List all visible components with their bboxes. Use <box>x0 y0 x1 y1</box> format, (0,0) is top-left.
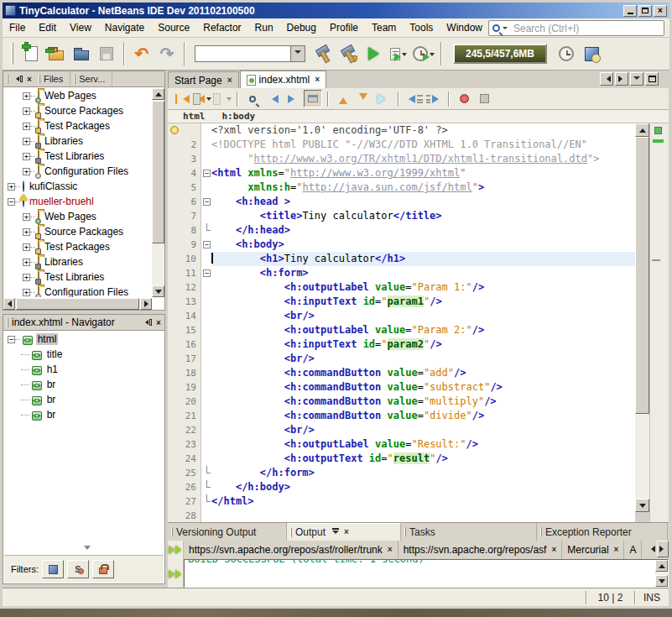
menu-file[interactable]: File <box>3 18 32 37</box>
debug-dropdown-icon[interactable] <box>402 53 407 59</box>
line-number-17[interactable]: 17 <box>168 352 201 366</box>
code-line-14[interactable]: <br/> <box>211 309 635 323</box>
fold-marker-26[interactable] <box>202 480 211 494</box>
output-console[interactable]: BUILD SUCCESSFUL (total time: 1 second) <box>184 559 669 588</box>
fold-marker-7[interactable] <box>202 209 211 223</box>
expander-icon[interactable]: + <box>23 107 30 115</box>
line-number-18[interactable]: 18 <box>168 366 201 380</box>
line-number-4[interactable]: 4 <box>168 166 201 180</box>
line-number-25[interactable]: 25 <box>168 466 201 480</box>
fold-marker-25[interactable] <box>202 466 211 480</box>
tree-item-test-packages[interactable]: +Test Packages <box>4 239 151 254</box>
expander-icon[interactable]: + <box>23 274 30 281</box>
tabs-scroll-left-button[interactable] <box>600 72 613 86</box>
shift-right-button[interactable] <box>425 90 443 107</box>
expander-icon[interactable]: + <box>23 259 30 266</box>
menu-run[interactable]: Run <box>248 18 280 37</box>
quick-search-input[interactable]: Search (Ctrl+I) <box>488 20 664 36</box>
output-tab-1[interactable]: https://svn.apache.org/repos/asf× <box>399 541 563 559</box>
code-line-11[interactable]: <h:form> <box>211 266 635 280</box>
close-tab-icon[interactable]: × <box>614 546 619 554</box>
navigator-close-button[interactable]: × <box>153 317 164 328</box>
output-scroll-left-button[interactable] <box>645 541 657 557</box>
tree-item-test-packages[interactable]: +Test Packages <box>4 118 151 133</box>
undo-button[interactable]: ↶ <box>129 41 154 66</box>
code-line-21[interactable]: <h:commandButton value="divide"/> <box>211 409 635 423</box>
navigator-item-title[interactable]: <>title <box>4 347 164 362</box>
menu-edit[interactable]: Edit <box>32 18 63 37</box>
line-number-8[interactable]: 8 <box>168 223 201 238</box>
code-line-26[interactable]: </h:body> <box>211 480 635 494</box>
expander-icon[interactable]: + <box>23 138 30 145</box>
navigator-item-h1[interactable]: <>h1 <box>4 362 164 377</box>
code-line-3[interactable]: "http://www.w3.org/TR/xhtml1/DTD/xhtml1-… <box>211 152 635 166</box>
rerun-all-button[interactable] <box>169 567 182 581</box>
navigator-resize-handle[interactable] <box>84 546 91 553</box>
line-number-9[interactable]: 9 <box>168 238 201 252</box>
output-tab-0[interactable]: https://svn.apache.org/repos/asf/roller/… <box>184 541 399 559</box>
clean-build-button[interactable] <box>336 41 361 66</box>
navigator-header[interactable]: index.xhtml - Navigator × <box>3 315 164 331</box>
line-number-23[interactable]: 23 <box>168 437 201 452</box>
maximize-editor-button[interactable] <box>645 72 659 86</box>
profiler-control-button[interactable] <box>579 41 604 66</box>
code-line-5[interactable]: xmlns:h="http://java.sun.com/jsf/html"> <box>211 180 635 195</box>
expander-icon[interactable]: + <box>23 289 30 296</box>
fold-marker-11[interactable]: − <box>202 266 211 280</box>
console-vscrollbar[interactable] <box>655 560 668 587</box>
bottom-tab-output[interactable]: Output× <box>287 523 401 541</box>
find-previous-button[interactable] <box>263 90 282 107</box>
close-button[interactable]: × <box>654 5 667 17</box>
line-number-14[interactable]: 14 <box>168 309 201 323</box>
line-number-20[interactable]: 20 <box>168 395 201 409</box>
editor-gutter[interactable]: 2345678910111213141516171819202122232425… <box>168 123 201 522</box>
tree-item-web-pages[interactable]: +Web Pages <box>4 209 151 224</box>
menu-view[interactable]: View <box>63 18 98 37</box>
tree-item-configuration-files[interactable]: +Configuration Files <box>4 285 151 297</box>
filter-inherited-button[interactable] <box>42 560 64 578</box>
shift-left-button[interactable] <box>404 90 423 107</box>
code-line-9[interactable]: <h:body> <box>211 238 635 252</box>
line-number-16[interactable]: 16 <box>168 337 201 352</box>
toolbar-grip[interactable] <box>11 43 13 65</box>
output-tab-3[interactable]: A <box>624 541 642 559</box>
tree-item-mueller-bruehl[interactable]: −mueller-bruehl <box>4 194 151 209</box>
gc-button[interactable] <box>554 41 579 66</box>
line-number-28[interactable]: 28 <box>168 509 201 522</box>
fold-marker-12[interactable] <box>202 280 211 295</box>
navigator-item-br[interactable]: <>br <box>4 377 164 392</box>
fold-marker-20[interactable] <box>202 395 211 409</box>
code-line-17[interactable]: <br/> <box>211 352 635 366</box>
find-next-button[interactable] <box>284 90 302 107</box>
fold-marker-18[interactable] <box>202 366 211 380</box>
fold-column[interactable]: −−−− <box>202 123 211 522</box>
breadcrumb-h-body[interactable]: h:body <box>222 111 256 122</box>
line-number-1[interactable] <box>168 123 201 138</box>
hint-bulb-icon[interactable] <box>170 126 179 134</box>
start-macro-button[interactable] <box>455 90 473 107</box>
profile-button[interactable] <box>411 41 436 66</box>
navigator-minimize-button[interactable] <box>141 317 153 328</box>
tree-item-source-packages[interactable]: +Source Packages <box>4 224 151 239</box>
debug-button[interactable] <box>386 41 411 66</box>
expander-icon[interactable]: + <box>8 183 15 191</box>
fold-marker-22[interactable] <box>202 423 211 437</box>
fold-marker-15[interactable] <box>202 323 211 337</box>
fold-marker-28[interactable] <box>202 509 211 522</box>
close-tab-icon[interactable]: × <box>388 546 393 554</box>
line-number-2[interactable]: 2 <box>168 138 201 152</box>
code-line-8[interactable]: </h:head> <box>211 223 635 238</box>
explorer-hscrollbar[interactable] <box>3 298 152 310</box>
filter-nonpublic-button[interactable] <box>92 560 114 578</box>
editor-vscrollbar[interactable] <box>635 123 649 512</box>
expander-icon[interactable]: − <box>8 336 15 343</box>
expander-icon[interactable]: + <box>23 168 30 175</box>
close-tab-icon[interactable]: × <box>227 76 232 85</box>
line-number-24[interactable]: 24 <box>168 452 201 466</box>
search-dropdown-icon[interactable] <box>503 27 508 32</box>
expander-icon[interactable]: + <box>23 213 30 221</box>
line-number-19[interactable]: 19 <box>168 380 201 395</box>
fold-marker-4[interactable]: − <box>202 166 211 180</box>
toggle-highlight-button[interactable] <box>304 90 322 107</box>
tree-item-test-libraries[interactable]: +Test Libraries <box>4 269 151 285</box>
